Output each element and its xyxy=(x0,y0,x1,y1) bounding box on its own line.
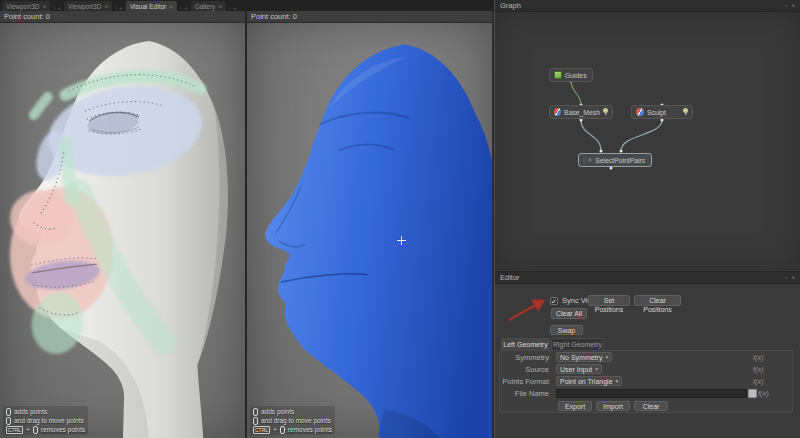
tab-viewport3d-1[interactable]: Viewport3D × xyxy=(2,1,50,11)
hint-remove-points: removes points xyxy=(288,425,332,434)
mouse-icon xyxy=(253,408,258,416)
ctrl-keycap: CTRL xyxy=(253,426,270,434)
node-connections xyxy=(495,12,800,270)
viewport-hints: adds points and drag to move points CTRL… xyxy=(3,406,88,435)
ctrl-keycap: CTRL xyxy=(6,426,23,434)
mouse-icon xyxy=(33,426,38,434)
node-guides[interactable]: Guides xyxy=(549,68,593,82)
close-icon[interactable]: × xyxy=(169,3,173,10)
tab-right-geometry[interactable]: Right Geometry xyxy=(551,338,604,350)
right-pane: Graph ▫ × xyxy=(494,0,800,438)
mouse-icon xyxy=(6,417,11,425)
graph-panel: Graph ▫ × xyxy=(495,0,800,270)
tab-label: Viewport3D xyxy=(68,3,101,10)
export-button[interactable]: Export xyxy=(558,401,592,411)
points-format-label: Points Format xyxy=(495,377,549,387)
graph-panel-title: Graph xyxy=(500,1,521,10)
points-format-value: Point on Triangle xyxy=(560,378,613,385)
swap-button[interactable]: Swap xyxy=(550,325,583,335)
node-label: Sculpt xyxy=(647,109,666,116)
tab-viewport3d-2[interactable]: Viewport3D × xyxy=(64,1,112,11)
fx-expression-icon[interactable]: f(x) xyxy=(753,365,764,375)
symmetry-value: No Symmetry xyxy=(560,354,602,361)
close-icon[interactable]: × xyxy=(42,3,46,10)
crosshair-cursor xyxy=(397,236,406,245)
tab-left-geometry[interactable]: Left Geometry xyxy=(501,338,550,350)
close-icon[interactable]: × xyxy=(104,3,108,10)
left-3d-canvas[interactable]: adds points and drag to move points CTRL… xyxy=(0,23,245,438)
visibility-bulb-icon[interactable] xyxy=(683,108,688,116)
tab-label: Visual Editor xyxy=(130,3,166,10)
viewport-hints: adds points and drag to move points CTRL… xyxy=(250,406,335,435)
points-list-icon: ⁝ xyxy=(583,157,585,163)
sync-views-checkbox[interactable]: ✓ xyxy=(550,297,558,305)
fx-expression-icon[interactable]: f(x) xyxy=(753,377,764,387)
viewport-right-geometry: Point count: 0 xyxy=(247,11,492,438)
node-select-point-pairs[interactable]: ⁝ ✛ SelectPointPairs xyxy=(578,153,652,167)
file-name-input[interactable] xyxy=(556,389,747,398)
tab-gallery[interactable]: Gallery × xyxy=(191,1,226,11)
editor-panel: Editor ▫ × ✓ Sync Views Set Positions Cl… xyxy=(495,271,800,438)
viewport-left-geometry: Point count: 0 xyxy=(0,11,247,438)
hint-drag-points: and drag to move points xyxy=(261,416,331,425)
close-icon[interactable]: × xyxy=(791,2,795,9)
point-count-left: Point count: 0 xyxy=(0,11,245,23)
plus-sign: + xyxy=(26,425,30,434)
point-count-right: Point count: 0 xyxy=(247,11,492,23)
node-sculpt[interactable]: Sculpt xyxy=(631,105,693,119)
float-icon[interactable]: ▫ xyxy=(785,274,787,281)
source-value: User Input xyxy=(560,366,592,373)
fx-expression-icon[interactable]: f(x) xyxy=(753,353,764,363)
hint-drag-points: and drag to move points xyxy=(14,416,84,425)
import-button[interactable]: Import xyxy=(596,401,630,411)
application-window: Viewport3D × ▫ + Viewport3D × ▫ + Visual… xyxy=(0,0,800,438)
chevron-down-icon: ▾ xyxy=(605,354,608,360)
file-name-label: File Name xyxy=(495,389,549,399)
hint-add-points: adds points xyxy=(14,407,47,416)
pick-cursor-icon: ✛ xyxy=(588,157,593,163)
mouse-icon xyxy=(6,408,11,416)
fx-expression-icon[interactable]: f(x) xyxy=(758,389,769,399)
hint-remove-points: removes points xyxy=(41,425,85,434)
mouse-icon xyxy=(253,417,258,425)
points-format-dropdown[interactable]: Point on Triangle ▾ xyxy=(556,376,622,386)
node-label: Base_Mesh xyxy=(564,109,600,116)
node-label: SelectPointPairs xyxy=(595,157,645,164)
left-head-model xyxy=(0,23,245,438)
node-graph-canvas[interactable]: Guides Base_Mesh Sculpt ⁝ ✛ SelectPointP… xyxy=(495,12,800,270)
node-label: Guides xyxy=(565,72,587,79)
tab-label: Viewport3D xyxy=(6,3,39,10)
source-dropdown[interactable]: User Input ▾ xyxy=(556,364,602,374)
close-icon[interactable]: × xyxy=(218,3,222,10)
visibility-bulb-icon[interactable] xyxy=(603,108,608,116)
chevron-down-icon: ▾ xyxy=(595,366,598,372)
editor-panel-title: Editor xyxy=(500,273,520,282)
blue-head-model xyxy=(247,23,492,438)
node-base-mesh[interactable]: Base_Mesh xyxy=(549,105,613,119)
hint-add-points: adds points xyxy=(261,407,294,416)
float-icon[interactable]: ▫ xyxy=(785,2,787,9)
clear-button[interactable]: Clear xyxy=(634,401,668,411)
symmetry-label: Symmetry xyxy=(495,353,549,363)
chevron-down-icon: ▾ xyxy=(616,378,619,384)
set-positions-button[interactable]: Set Positions xyxy=(588,295,630,306)
source-label: Source xyxy=(495,365,549,375)
tab-label: Gallery xyxy=(195,3,216,10)
right-3d-canvas[interactable]: adds points and drag to move points CTRL… xyxy=(247,23,492,438)
clear-all-button[interactable]: Clear All xyxy=(551,308,587,319)
visual-editor-pane: Viewport3D × ▫ + Viewport3D × ▫ + Visual… xyxy=(0,0,494,438)
symmetry-dropdown[interactable]: No Symmetry ▾ xyxy=(556,352,612,362)
guides-node-icon xyxy=(554,71,562,79)
geometry-node-icon xyxy=(554,108,561,116)
mouse-icon xyxy=(280,426,285,434)
clear-positions-button[interactable]: Clear Positions xyxy=(634,295,681,306)
close-icon[interactable]: × xyxy=(791,274,795,281)
browse-file-button[interactable] xyxy=(748,389,757,398)
tab-visual-editor[interactable]: Visual Editor × xyxy=(126,1,177,11)
geometry-node-icon xyxy=(636,108,644,116)
pane-tab-bar: Viewport3D × ▫ + Viewport3D × ▫ + Visual… xyxy=(0,0,494,11)
plus-sign: + xyxy=(273,425,277,434)
